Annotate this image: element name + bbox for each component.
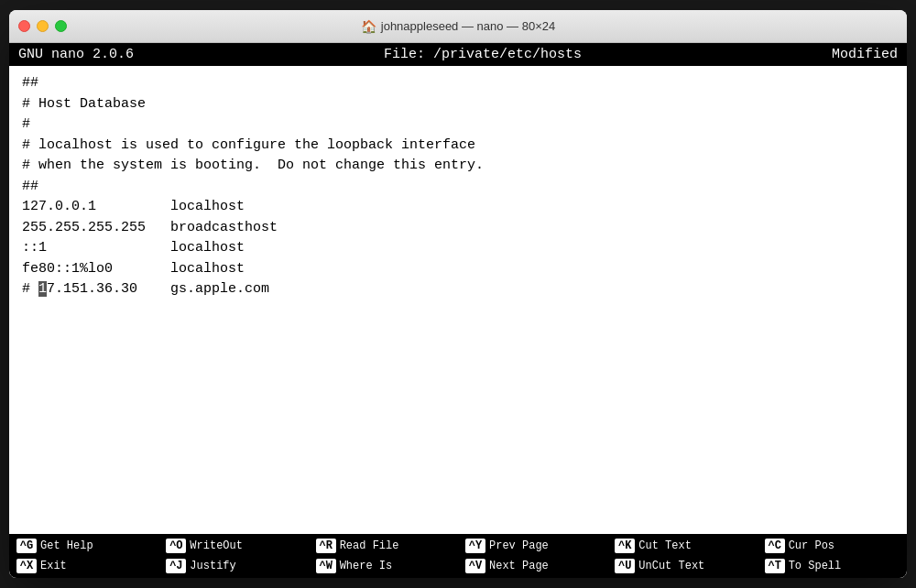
nano-window: 🏠 johnappleseed — nano — 80×24 GNU nano …	[9, 10, 907, 578]
label-writeout: WriteOut	[190, 539, 243, 552]
footer-item-writeout[interactable]: ^O WriteOut	[158, 536, 308, 556]
label-next-page: Next Page	[489, 560, 549, 572]
editor-text: ## # Host Database # # localhost is used…	[22, 73, 894, 300]
footer-row-1: ^G Get Help ^O WriteOut ^R Read File ^Y …	[9, 536, 907, 556]
footer-item-cur-pos[interactable]: ^C Cur Pos	[758, 536, 907, 556]
window-title: 🏠 johnappleseed — nano — 80×24	[361, 19, 555, 34]
label-cut-text: Cut Text	[638, 539, 692, 552]
nano-editor-area: GNU nano 2.0.6 File: /private/etc/hosts …	[9, 43, 907, 578]
footer-item-get-help[interactable]: ^G Get Help	[9, 536, 158, 556]
key-ctrl-k: ^K	[615, 539, 635, 553]
nano-filename: File: /private/etc/hosts	[384, 47, 582, 62]
home-icon: 🏠	[361, 19, 376, 34]
nano-modified: Modified	[832, 47, 898, 62]
key-ctrl-y: ^Y	[465, 539, 485, 553]
label-exit: Exit	[40, 560, 67, 572]
label-cur-pos: Cur Pos	[789, 539, 834, 552]
nano-footer: ^G Get Help ^O WriteOut ^R Read File ^Y …	[9, 534, 907, 578]
footer-item-where-is[interactable]: ^W Where Is	[309, 556, 458, 576]
key-ctrl-w: ^W	[316, 559, 336, 573]
key-ctrl-x: ^X	[16, 559, 37, 573]
label-read-file: Read File	[340, 539, 399, 552]
footer-item-to-spell[interactable]: ^T To Spell	[758, 556, 907, 576]
label-prev-page: Prev Page	[489, 539, 549, 552]
cursor: 1	[38, 281, 47, 297]
footer-item-prev-page[interactable]: ^Y Prev Page	[458, 536, 607, 556]
label-get-help: Get Help	[40, 539, 93, 552]
key-ctrl-o: ^O	[166, 539, 186, 553]
key-ctrl-g: ^G	[16, 539, 37, 553]
traffic-lights	[18, 20, 67, 32]
maximize-button[interactable]	[55, 20, 67, 32]
footer-item-next-page[interactable]: ^V Next Page	[458, 556, 607, 576]
label-to-spell: To Spell	[789, 560, 842, 572]
key-ctrl-u: ^U	[615, 559, 635, 573]
title-bar: 🏠 johnappleseed — nano — 80×24	[9, 10, 907, 43]
key-ctrl-c: ^C	[765, 539, 785, 553]
nano-editor-content[interactable]: ## # Host Database # # localhost is used…	[9, 66, 907, 534]
close-button[interactable]	[18, 20, 30, 32]
window-title-text: johnappleseed — nano — 80×24	[381, 19, 555, 33]
label-uncut-text: UnCut Text	[638, 560, 704, 572]
label-where-is: Where Is	[340, 560, 393, 572]
footer-item-uncut-text[interactable]: ^U UnCut Text	[607, 556, 757, 576]
label-justify: Justify	[190, 560, 235, 572]
footer-item-justify[interactable]: ^J Justify	[158, 556, 308, 576]
minimize-button[interactable]	[37, 20, 49, 32]
footer-item-cut-text[interactable]: ^K Cut Text	[607, 536, 757, 556]
key-ctrl-j: ^J	[166, 559, 186, 573]
key-ctrl-v: ^V	[465, 559, 485, 573]
footer-row-2: ^X Exit ^J Justify ^W Where Is ^V Next P…	[9, 556, 907, 576]
key-ctrl-r: ^R	[316, 539, 336, 553]
nano-version: GNU nano 2.0.6	[18, 47, 134, 62]
footer-item-exit[interactable]: ^X Exit	[9, 556, 158, 576]
nano-header: GNU nano 2.0.6 File: /private/etc/hosts …	[9, 43, 907, 66]
footer-item-read-file[interactable]: ^R Read File	[309, 536, 458, 556]
key-ctrl-t: ^T	[765, 559, 785, 573]
